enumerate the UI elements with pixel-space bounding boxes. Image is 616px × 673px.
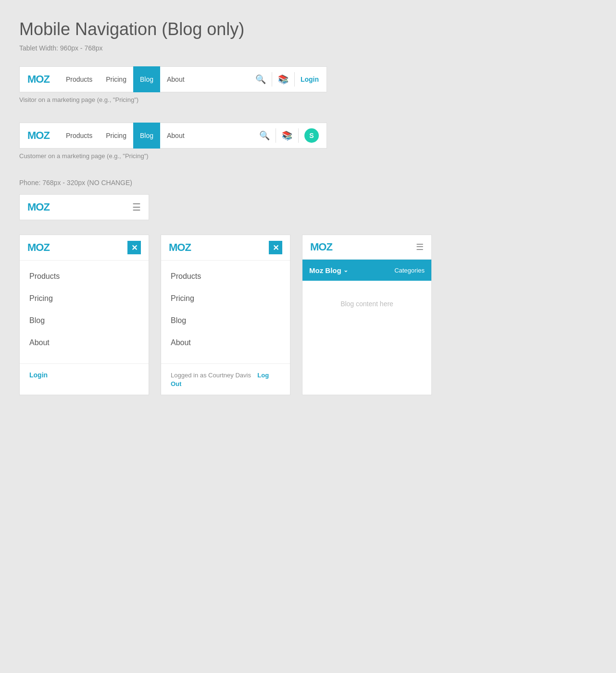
nav-right-visitor: 🔍 📚 Login [255,72,319,87]
phone-label: Phone: 768px - 320px (NO CHANGE) [19,179,597,187]
phone-section: Phone: 768px - 320px (NO CHANGE) MOZ ☰ M… [19,179,597,395]
panel-2-header: MOZ ✕ [161,235,290,261]
nav-divider-2 [294,72,295,87]
panel-2-products[interactable]: Products [161,265,290,287]
book-icon-2[interactable]: 📚 [282,130,292,141]
panel-3-header: MOZ ☰ [302,235,431,260]
nav-divider-3 [276,128,276,143]
panel-2-blog[interactable]: Blog [161,310,290,332]
nav-right-customer: 🔍 📚 S [259,128,319,143]
mobile-panels: MOZ ✕ Products Pricing Blog About Login … [19,235,597,395]
panel-1-pricing[interactable]: Pricing [20,287,149,310]
nav-blog-2[interactable]: Blog [133,123,160,149]
nav-logo-2: MOZ [27,129,50,142]
close-button-1[interactable]: ✕ [127,241,141,254]
moz-logo-1: MOZ [27,73,50,86]
tablet-nav-visitor-section: MOZ Products Pricing Blog About 🔍 📚 Logi… [19,66,597,103]
phone-nav-collapsed: MOZ ☰ [19,194,149,220]
blog-categories-link[interactable]: Categories [394,267,425,274]
panel-1-footer: Login [20,363,149,386]
panel-2-footer: Logged in as Courtney Davis Log Out [161,363,290,395]
nav-customer-caption: Customer on a marketing page (e.g., "Pri… [19,152,597,160]
panel-1-about[interactable]: About [20,332,149,354]
nav-links-customer: Products Pricing Blog About [59,123,259,149]
nav-products-2[interactable]: Products [59,123,99,149]
mobile-panel-visitor: MOZ ✕ Products Pricing Blog About Login [19,235,149,395]
login-button-1[interactable]: Login [301,75,319,83]
mobile-panel-customer: MOZ ✕ Products Pricing Blog About Logged… [161,235,290,395]
book-icon-1[interactable]: 📚 [278,74,289,85]
blog-content-placeholder: Blog content here [302,290,431,317]
nav-divider-1 [272,72,272,87]
page-title: Mobile Navigation (Blog only) [19,19,597,39]
panel-1-products[interactable]: Products [20,265,149,287]
nav-about-1[interactable]: About [160,66,191,92]
moz-logo-2: MOZ [27,129,50,142]
moz-logo-phone: MOZ [27,201,50,213]
blog-nav-bar: Moz Blog ⌄ Categories [302,260,431,281]
nav-products-1[interactable]: Products [59,66,99,92]
nav-pricing-2[interactable]: Pricing [99,123,133,149]
moz-logo-panel-3: MOZ [310,241,332,253]
tablet-nav-visitor: MOZ Products Pricing Blog About 🔍 📚 Logi… [19,66,327,92]
panel-2-about[interactable]: About [161,332,290,354]
nav-links-visitor: Products Pricing Blog About [59,66,255,92]
user-avatar[interactable]: S [304,128,319,143]
blog-title-text: Moz Blog [309,266,341,274]
moz-logo-panel-1: MOZ [27,241,50,254]
hamburger-icon[interactable]: ☰ [132,201,141,213]
search-icon-1[interactable]: 🔍 [255,74,266,85]
panel-1-nav-items: Products Pricing Blog About [20,261,149,359]
nav-visitor-caption: Visitor on a marketing page (e.g., "Pric… [19,96,597,103]
blog-dropdown-icon: ⌄ [343,267,348,274]
nav-logo-1: MOZ [27,73,50,86]
page-subtitle: Tablet Width: 960px - 768px [19,44,597,52]
panel-1-header: MOZ ✕ [20,235,149,261]
panel-2-nav-items: Products Pricing Blog About [161,261,290,359]
search-icon-2[interactable]: 🔍 [259,130,270,141]
nav-divider-4 [298,128,299,143]
panel-2-logged-in-text: Logged in as Courtney Davis [171,372,251,379]
moz-logo-panel-2: MOZ [169,241,191,254]
tablet-nav-customer: MOZ Products Pricing Blog About 🔍 📚 S [19,123,327,149]
panel-1-login[interactable]: Login [29,371,48,379]
close-button-2[interactable]: ✕ [269,241,282,254]
nav-blog-1[interactable]: Blog [133,66,160,92]
mobile-panel-blog: MOZ ☰ Moz Blog ⌄ Categories Blog content… [302,235,432,395]
nav-pricing-1[interactable]: Pricing [99,66,133,92]
nav-about-2[interactable]: About [160,123,191,149]
panel-1-blog[interactable]: Blog [20,310,149,332]
tablet-nav-customer-section: MOZ Products Pricing Blog About 🔍 📚 S Cu… [19,123,597,160]
blog-nav-title[interactable]: Moz Blog ⌄ [309,266,394,274]
panel-2-pricing[interactable]: Pricing [161,287,290,310]
hamburger-icon-blog[interactable]: ☰ [416,242,424,252]
